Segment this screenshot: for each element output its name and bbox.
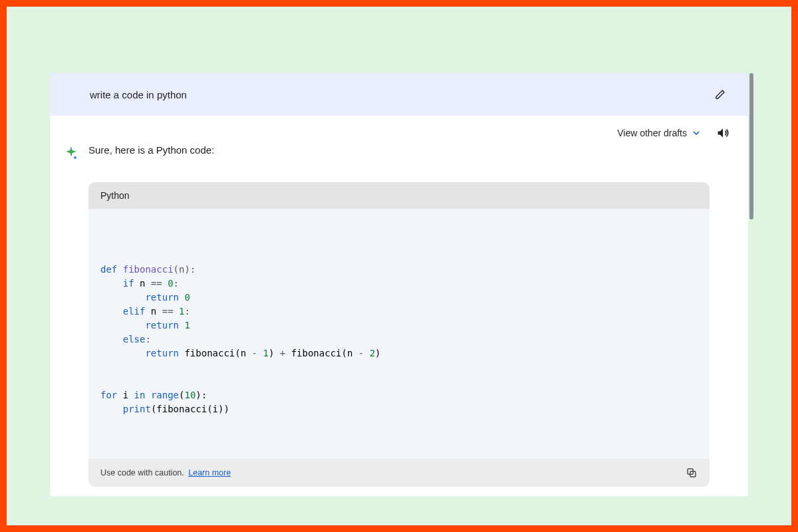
code-caution-text: Use code with caution. Learn more xyxy=(100,468,231,477)
page-background: write a code in python View other drafts xyxy=(7,7,791,525)
response-topbar: View other drafts xyxy=(50,116,748,142)
learn-more-link[interactable]: Learn more xyxy=(188,468,231,477)
copy-code-button[interactable] xyxy=(686,467,698,479)
speaker-icon xyxy=(716,126,730,140)
scrollbar-thumb[interactable] xyxy=(749,73,753,219)
response-area: View other drafts Sure, here is a Python… xyxy=(50,116,748,496)
code-language-label: Python xyxy=(88,182,710,209)
code-content: def fibonacci(n): if n == 0: return 0 el… xyxy=(100,263,698,416)
response-intro-text: Sure, here is a Python code: xyxy=(88,144,214,156)
copy-icon xyxy=(686,467,698,479)
bard-sparkle-icon xyxy=(63,145,79,164)
view-drafts-toggle[interactable]: View other drafts xyxy=(617,128,702,138)
code-block: 1 def fibonacci(n): if n == 0: return 0 … xyxy=(88,209,710,459)
chat-container: write a code in python View other drafts xyxy=(50,73,748,496)
user-prompt-text: write a code in python xyxy=(90,89,187,100)
code-footer: Use code with caution. Learn more xyxy=(88,459,710,487)
pencil-icon xyxy=(715,89,726,100)
user-prompt-row: write a code in python xyxy=(50,73,748,116)
code-card: Python 1 def fibonacci(n): if n == 0: re… xyxy=(88,182,710,487)
read-aloud-button[interactable] xyxy=(716,126,730,140)
response-row: Sure, here is a Python code: xyxy=(50,142,748,176)
edit-prompt-button[interactable] xyxy=(711,85,730,104)
chevron-down-icon xyxy=(691,128,702,138)
view-drafts-label: View other drafts xyxy=(617,128,687,138)
